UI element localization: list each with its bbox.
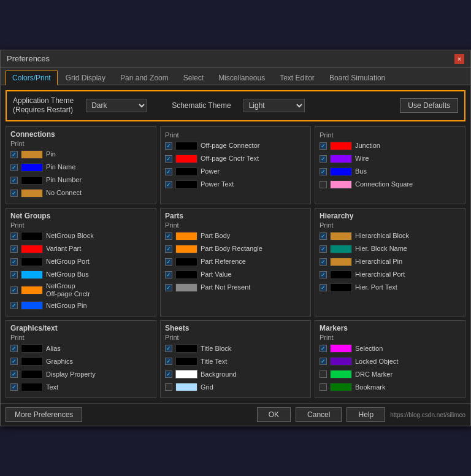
- titleblock-label: Title Block: [201, 345, 231, 353]
- titletext-color[interactable]: [175, 357, 197, 366]
- hierport-checkbox[interactable]: [320, 271, 327, 278]
- graphics-color[interactable]: [21, 357, 43, 366]
- hierblock-color[interactable]: [330, 232, 352, 240]
- powertext-checkbox[interactable]: [165, 181, 172, 188]
- partnotpresent-color[interactable]: [175, 283, 197, 292]
- netgroupbus-checkbox[interactable]: [10, 271, 18, 278]
- titletext-checkbox[interactable]: [165, 358, 172, 365]
- app-theme-select[interactable]: Dark Light: [86, 99, 147, 112]
- netgroupblock-checkbox[interactable]: [10, 232, 18, 240]
- alias-color[interactable]: [21, 344, 43, 353]
- bookmark-checkbox[interactable]: [320, 383, 327, 391]
- connsquare-color[interactable]: [330, 180, 352, 189]
- netgroupoffpage-color[interactable]: [21, 286, 43, 294]
- tab-select[interactable]: Select: [177, 71, 210, 85]
- pin-checkbox[interactable]: [10, 151, 18, 158]
- selection-color[interactable]: [330, 344, 352, 353]
- connsquare-checkbox[interactable]: [320, 181, 327, 188]
- tab-miscellaneous[interactable]: Miscellaneous: [212, 71, 272, 85]
- tab-text-editor[interactable]: Text Editor: [273, 71, 321, 85]
- hierpin-checkbox[interactable]: [320, 258, 327, 266]
- netgroupbus-label: NetGroup Bus: [46, 271, 89, 278]
- theme-bar: Application Theme (Requires Restart) Dar…: [6, 90, 465, 121]
- titleblock-color[interactable]: [175, 344, 197, 353]
- close-button[interactable]: ×: [454, 54, 464, 64]
- alias-checkbox[interactable]: [10, 345, 18, 352]
- displayprop-checkbox[interactable]: [10, 370, 18, 378]
- powertext-color[interactable]: [175, 180, 197, 189]
- schematic-theme-select[interactable]: Light Dark: [243, 99, 305, 112]
- partvalue-color[interactable]: [175, 271, 197, 279]
- partbodyrect-color[interactable]: [175, 245, 197, 253]
- pinnumber-color[interactable]: [21, 176, 43, 185]
- netgroupport-color[interactable]: [21, 258, 43, 266]
- junction-color[interactable]: [330, 142, 352, 150]
- more-preferences-button[interactable]: More Preferences: [6, 407, 82, 422]
- partref-color[interactable]: [175, 258, 197, 266]
- offpageconn-color[interactable]: [175, 142, 197, 150]
- hierporttext-checkbox[interactable]: [320, 284, 327, 291]
- titleblock-checkbox[interactable]: [165, 345, 172, 352]
- noconnect-checkbox[interactable]: [10, 190, 18, 197]
- netgroupbus-color[interactable]: [21, 271, 43, 279]
- netgroupoffpage-checkbox[interactable]: [10, 286, 18, 294]
- drcmarker-checkbox[interactable]: [320, 370, 327, 378]
- variantpart-checkbox[interactable]: [10, 245, 18, 253]
- lockedobject-color[interactable]: [330, 357, 352, 366]
- graphics-checkbox[interactable]: [10, 358, 18, 365]
- wire-checkbox[interactable]: [320, 155, 327, 163]
- netgrouppin-color[interactable]: [21, 301, 43, 310]
- pinnumber-checkbox[interactable]: [10, 177, 18, 184]
- ok-button[interactable]: OK: [257, 407, 291, 422]
- offpagecnctrtext-checkbox[interactable]: [165, 155, 172, 163]
- list-item: Background: [165, 369, 306, 380]
- offpageconn-checkbox[interactable]: [165, 142, 172, 150]
- bookmark-color[interactable]: [330, 383, 352, 391]
- cancel-button[interactable]: Cancel: [296, 407, 342, 422]
- offpagecnctrtext-color[interactable]: [175, 155, 197, 163]
- tab-colors-print[interactable]: Colors/Print: [6, 71, 58, 85]
- noconnect-color[interactable]: [21, 189, 43, 198]
- hierporttext-color[interactable]: [330, 283, 352, 292]
- partnotpresent-checkbox[interactable]: [165, 284, 172, 291]
- hierblockname-color[interactable]: [330, 245, 352, 253]
- pinname-color[interactable]: [21, 163, 43, 172]
- grid-color[interactable]: [175, 383, 197, 391]
- wire-color[interactable]: [330, 155, 352, 163]
- netgrouppin-checkbox[interactable]: [10, 302, 18, 309]
- text-checkbox[interactable]: [10, 383, 18, 391]
- hierport-color[interactable]: [330, 271, 352, 279]
- lockedobject-checkbox[interactable]: [320, 358, 327, 365]
- hierblock-checkbox[interactable]: [320, 232, 327, 240]
- pinname-checkbox[interactable]: [10, 164, 18, 171]
- partbody-checkbox[interactable]: [165, 232, 172, 240]
- partbody-color[interactable]: [175, 232, 197, 240]
- partvalue-checkbox[interactable]: [165, 271, 172, 278]
- tab-grid-display[interactable]: Grid Display: [59, 71, 112, 85]
- text-color[interactable]: [21, 383, 43, 391]
- pin-color[interactable]: [21, 150, 43, 159]
- selection-checkbox[interactable]: [320, 345, 327, 352]
- tab-board-simulation[interactable]: Board Simulation: [323, 71, 392, 85]
- background-checkbox[interactable]: [165, 370, 172, 378]
- bus-checkbox[interactable]: [320, 168, 327, 175]
- variantpart-color[interactable]: [21, 245, 43, 253]
- partref-checkbox[interactable]: [165, 258, 172, 266]
- junction-checkbox[interactable]: [320, 142, 327, 150]
- background-color[interactable]: [175, 370, 197, 378]
- power-checkbox[interactable]: [165, 168, 172, 175]
- use-defaults-button[interactable]: Use Defaults: [400, 98, 458, 113]
- grid-checkbox[interactable]: [165, 383, 172, 391]
- help-button[interactable]: Help: [347, 407, 385, 422]
- power-color[interactable]: [175, 167, 197, 176]
- netgroupblock-color[interactable]: [21, 232, 43, 240]
- partbodyrect-checkbox[interactable]: [165, 245, 172, 253]
- netgroupport-checkbox[interactable]: [10, 258, 18, 266]
- drcmarker-color[interactable]: [330, 370, 352, 378]
- hierpin-color[interactable]: [330, 258, 352, 266]
- tab-pan-zoom[interactable]: Pan and Zoom: [113, 71, 175, 85]
- bus-color[interactable]: [330, 167, 352, 176]
- hierblockname-checkbox[interactable]: [320, 245, 327, 253]
- list-item: Alias: [10, 343, 151, 354]
- displayprop-color[interactable]: [21, 370, 43, 378]
